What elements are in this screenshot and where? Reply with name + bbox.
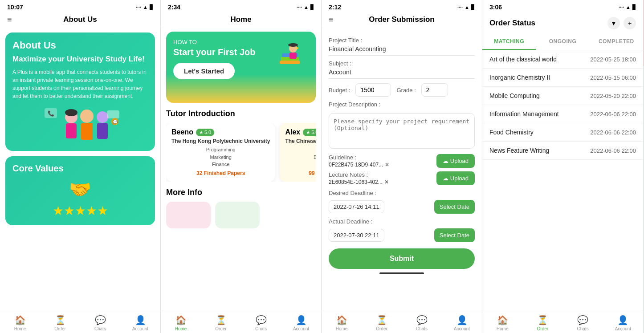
tab-chats-1[interactable]: 💬 Chats	[80, 311, 120, 333]
more-info-card-1[interactable]	[166, 202, 211, 228]
lecture-upload-button[interactable]: ☁ Upload	[436, 171, 475, 185]
tab-order-label-2: Order	[215, 326, 227, 331]
about-description: A Plus is a mobile app that connects stu…	[12, 68, 148, 100]
svg-point-20	[297, 47, 298, 49]
tab-order-label-4: Order	[537, 326, 549, 331]
desired-deadline-row: 2022-07-26 14:11 Select Date	[329, 200, 475, 214]
description-textarea[interactable]	[329, 113, 475, 149]
order-item-4[interactable]: Food Chemistry 2022-06-06 22:00	[482, 123, 643, 142]
account-icon-2: 👤	[296, 315, 307, 325]
nav-title-1: About Us	[63, 15, 97, 24]
more-info-card-2[interactable]	[215, 202, 260, 228]
rating-value-beeno: 5.0	[204, 130, 211, 135]
add-icon[interactable]: +	[624, 17, 636, 29]
core-values-card: Core Values 🤝 ★★★★★	[5, 156, 155, 225]
tab-chats-4[interactable]: 💬 Chats	[563, 311, 603, 333]
about-content: About Us Maximize your University Study …	[0, 27, 160, 311]
svg-text:📞: 📞	[48, 110, 54, 117]
tab-completed[interactable]: COMPLETED	[590, 34, 643, 50]
time-2: 2:34	[168, 4, 180, 11]
stars-icon: ★★★★★	[53, 203, 108, 218]
tutors-row: Beeno ★ 5.0 The Hong Kong Polytechnic Un…	[166, 123, 316, 182]
tutor-card-beeno[interactable]: Beeno ★ 5.0 The Hong Kong Polytechnic Un…	[166, 123, 275, 182]
tab-ongoing[interactable]: ONGOING	[536, 34, 589, 50]
tutor-papers-alex: 99 Finished Papers	[285, 170, 316, 176]
lets-started-button[interactable]: Let's Started	[173, 63, 235, 79]
menu-icon-1[interactable]: ≡	[7, 15, 12, 24]
desired-deadline-label: Desired Deadline :	[329, 190, 475, 196]
battery-icon-2: ▊	[310, 4, 314, 10]
account-icon-4: 👤	[617, 315, 628, 325]
signal-icon-3: ····	[457, 4, 463, 10]
svg-rect-18	[292, 43, 294, 45]
tab-account-3[interactable]: 👤 Account	[442, 311, 482, 333]
order-item-0[interactable]: Art of the classical world 2022-05-25 18…	[482, 50, 643, 69]
grade-label: Grade :	[396, 87, 416, 93]
tab-home-1[interactable]: 🏠 Home	[0, 311, 40, 333]
home-content: HOW TO Start your First Job Let's Starte…	[161, 27, 321, 311]
chats-icon-3: 💬	[416, 315, 428, 325]
tab-order-1[interactable]: ⏳ Order	[40, 311, 80, 333]
tutor-name-beeno: Beeno	[171, 128, 193, 136]
account-icon-3: 👤	[457, 315, 468, 325]
tab-home-4[interactable]: 🏠 Home	[482, 311, 522, 333]
select-date-btn-actual[interactable]: Select Date	[434, 228, 475, 242]
tab-home-3[interactable]: 🏠 Home	[322, 311, 362, 333]
order-title-0: Art of the classical world	[489, 56, 557, 63]
order-item-1[interactable]: Inorganic Chemistry II 2022-05-15 06:00	[482, 69, 643, 87]
guideline-upload-button[interactable]: ☁ Upload	[436, 154, 475, 168]
guideline-row: Guideline : 0F22B475-18D9-407... ✕ ☁ Upl…	[329, 154, 475, 168]
chats-icon-1: 💬	[95, 315, 106, 325]
order-date-0: 2022-05-25 18:00	[590, 56, 636, 63]
order-list-content: Art of the classical world 2022-05-25 18…	[482, 50, 643, 311]
tab-home-2[interactable]: 🏠 Home	[161, 311, 201, 333]
tab-order-2[interactable]: ⏳ Order	[201, 311, 241, 333]
tab-matching[interactable]: MATCHING	[482, 34, 536, 50]
order-title-3: Information Management	[489, 110, 559, 118]
menu-icon-3[interactable]: ≡	[329, 15, 334, 24]
svg-rect-8	[97, 123, 108, 139]
order-item-3[interactable]: Information Management 2022-06-06 22:00	[482, 105, 643, 123]
tab-bar-1: 🏠 Home ⏳ Order 💬 Chats 👤 Account	[0, 311, 160, 333]
wifi-icon-3: ▲	[465, 4, 469, 10]
people-illustration: 📞 💬	[12, 100, 148, 144]
budget-input[interactable]	[355, 83, 391, 97]
about-title: About Us	[12, 40, 148, 51]
tab-account-1[interactable]: 👤 Account	[120, 311, 160, 333]
home-icon-2: 🏠	[175, 315, 187, 325]
order-item-2[interactable]: Mobile Computing 2022-05-20 22:00	[482, 87, 643, 105]
upload-icon-2: ☁	[443, 175, 448, 182]
tab-account-label-4: Account	[615, 326, 631, 331]
tab-chats-label-2: Chats	[255, 326, 267, 331]
more-info-title: More Info	[166, 188, 316, 197]
tab-account-4[interactable]: 👤 Account	[603, 311, 643, 333]
lecture-remove-icon[interactable]: ✕	[384, 179, 389, 185]
tab-chats-2[interactable]: 💬 Chats	[241, 311, 281, 333]
tab-chats-3[interactable]: 💬 Chats	[402, 311, 442, 333]
submit-button[interactable]: Submit	[329, 248, 475, 269]
tab-account-2[interactable]: 👤 Account	[281, 311, 321, 333]
subject-value: Account	[329, 69, 475, 79]
books-person-svg	[269, 36, 309, 76]
order-item-5[interactable]: News Feature Writing 2022-06-06 22:00	[482, 142, 643, 160]
signal-icon: ····	[136, 4, 141, 10]
home-icon-1: 🏠	[15, 315, 26, 325]
tab-order-4[interactable]: ⏳ Order	[522, 311, 562, 333]
tutor-card-alex[interactable]: Alex ★ 5.0 The Chinese University of Hon…	[280, 123, 316, 182]
account-icon-1: 👤	[135, 315, 146, 325]
chats-icon-2: 💬	[256, 315, 267, 325]
status-icons-1: ···· ▲ ▊	[136, 4, 153, 10]
guideline-remove-icon[interactable]: ✕	[385, 162, 389, 168]
svg-rect-9	[107, 110, 119, 118]
lecture-label: Lecture Notes :	[329, 171, 436, 178]
tab-order-3[interactable]: ⏳ Order	[362, 311, 402, 333]
order-content: Project Title : Financial Accounting Sub…	[322, 27, 482, 311]
project-title-label: Project Title :	[329, 37, 475, 44]
wifi-icon-4: ▲	[626, 4, 631, 10]
grade-input[interactable]	[421, 83, 448, 97]
order-date-4: 2022-06-06 22:00	[590, 129, 636, 136]
filter-icon[interactable]: ▼	[607, 17, 620, 29]
about-subtitle: Maximize your University Study Life!	[12, 55, 148, 64]
select-date-btn-desired[interactable]: Select Date	[434, 200, 475, 214]
home-indicator-bar-3	[379, 272, 424, 274]
